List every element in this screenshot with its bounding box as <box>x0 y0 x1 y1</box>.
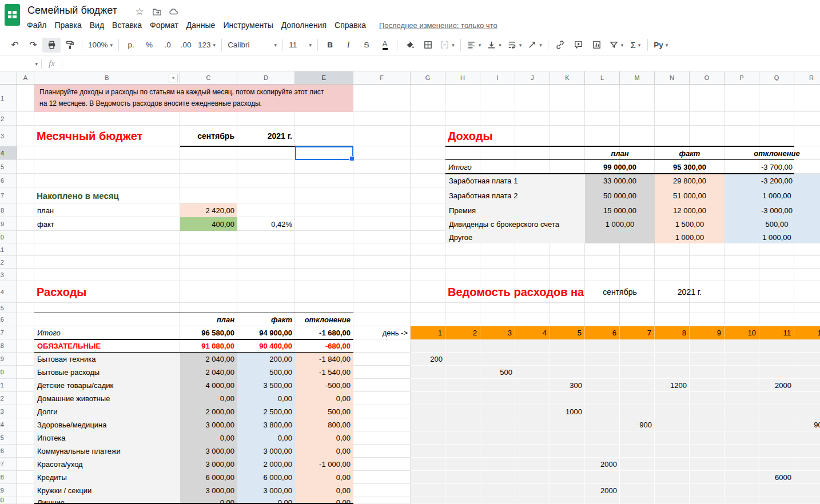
income-row-deviation[interactable]: -3 000,00 <box>725 203 820 217</box>
expense-row-label[interactable]: Ипотека <box>34 431 180 445</box>
income-row-deviation[interactable]: 1 000,00 <box>725 187 820 203</box>
row-header-16[interactable]: 16 <box>0 313 17 326</box>
day-cell-7[interactable]: 7 <box>620 326 655 339</box>
expense-row-fact[interactable]: 3 500,00 <box>237 379 295 392</box>
column-header-I[interactable]: I <box>480 71 515 85</box>
fill-handle[interactable] <box>349 156 355 161</box>
row-header-15[interactable]: 15 <box>0 303 17 313</box>
menu-file[interactable]: Файл <box>23 19 50 31</box>
percent-format-button[interactable]: % <box>140 38 158 53</box>
row-header-21[interactable]: 21 <box>0 379 17 392</box>
savings-fact-label[interactable]: факт <box>34 217 180 231</box>
row-header-14[interactable]: 14 <box>0 281 17 303</box>
merge-cells-button[interactable]: ▾ <box>437 38 457 53</box>
income-row-label[interactable]: Заработная плата 1 <box>445 174 585 187</box>
menu-format[interactable]: Формат <box>146 19 182 31</box>
income-total-label[interactable]: Итого <box>445 160 585 174</box>
selected-cell[interactable] <box>295 146 353 160</box>
expenses-total-fact[interactable]: 94 900,00 <box>237 326 295 339</box>
expense-row-plan[interactable]: 3 000,00 <box>180 458 237 471</box>
expense-row-deviation[interactable]: 0,00 <box>295 445 353 458</box>
expense-row-deviation[interactable]: 0,00 <box>295 484 353 497</box>
row-header-30[interactable]: 30 <box>0 497 17 503</box>
row-header-12[interactable]: 12 <box>0 256 17 269</box>
redo-button[interactable]: ↷ <box>24 38 42 53</box>
input-tools-button[interactable]: Ру▾ <box>651 38 671 53</box>
expense-row-fact[interactable]: 3 000,00 <box>237 484 295 497</box>
insert-comment-button[interactable] <box>570 38 588 53</box>
income-row-fact[interactable]: 12 000,00 <box>655 203 725 217</box>
cloud-status-icon[interactable] <box>168 6 180 17</box>
star-icon[interactable]: ☆ <box>134 6 145 17</box>
expense-row-deviation[interactable]: 0,00 <box>295 431 353 445</box>
currency-format-button[interactable]: р. <box>122 38 140 53</box>
decrease-decimal-button[interactable]: .0 <box>158 38 177 53</box>
expense-row-plan[interactable]: 2 000,00 <box>180 405 237 418</box>
column-header-E[interactable]: E <box>295 71 353 85</box>
income-row-deviation[interactable]: -3 200,00 <box>725 174 820 187</box>
fill-color-button[interactable] <box>400 38 419 53</box>
income-total-deviation[interactable]: -3 700,00 <box>725 160 820 174</box>
day-cell-4[interactable]: 4 <box>515 326 550 339</box>
expense-row-deviation[interactable]: -1 540,00 <box>295 366 353 379</box>
bold-button[interactable]: B <box>321 38 339 53</box>
expense-row-deviation[interactable]: 0,00 <box>295 392 353 405</box>
italic-button[interactable]: I <box>339 38 357 53</box>
horizontal-align-button[interactable]: ▾ <box>464 38 484 53</box>
daily-value-cell[interactable]: 500 <box>480 366 515 379</box>
day-cell-9[interactable]: 9 <box>690 326 725 339</box>
font-select[interactable]: Calibri▾ <box>225 38 280 53</box>
daily-value-cell[interactable]: 200 <box>411 353 445 366</box>
row-header-11[interactable]: 11 <box>0 243 17 256</box>
expense-row-fact[interactable]: 3 800,00 <box>237 418 295 431</box>
expense-row-plan[interactable]: 3 000,00 <box>180 484 237 497</box>
expense-row-deviation[interactable]: -1 000,00 <box>295 458 353 471</box>
daily-value-cell[interactable]: 900 <box>794 418 820 431</box>
income-row-plan[interactable]: 50 000,00 <box>585 187 655 203</box>
expense-row-plan[interactable]: 4 000,00 <box>180 379 237 392</box>
income-total-fact[interactable]: 95 300,00 <box>655 160 725 174</box>
income-total-plan[interactable]: 99 000,00 <box>585 160 655 174</box>
expense-row-fact[interactable]: 0,00 <box>237 392 295 405</box>
expense-row-fact[interactable]: 3 000,00 <box>237 445 295 458</box>
sheets-logo-icon[interactable] <box>5 4 20 26</box>
income-row-plan[interactable]: 1 000,00 <box>585 217 655 231</box>
expense-row-deviation[interactable]: -500,00 <box>295 379 353 392</box>
income-row-fact[interactable]: 51 000,00 <box>655 187 725 203</box>
savings-percent-value[interactable]: 0,42% <box>237 217 295 231</box>
expense-row-label[interactable]: Кредиты <box>34 471 180 484</box>
row-header-28[interactable]: 28 <box>0 471 17 484</box>
strikethrough-button[interactable]: S <box>357 38 376 53</box>
daily-value-cell[interactable]: 6000 <box>759 471 794 484</box>
row-header-3[interactable]: 3 <box>0 126 17 146</box>
spreadsheet-grid[interactable]: 1234567891011121314151617181920212223242… <box>0 71 820 504</box>
expense-row-label[interactable]: Детские товары/садик <box>34 379 180 392</box>
paint-format-button[interactable] <box>61 38 79 53</box>
expenses-total-label[interactable]: Итого <box>34 326 180 339</box>
day-cell-11[interactable]: 11 <box>759 326 794 339</box>
font-size-select[interactable]: 11▾ <box>286 38 315 53</box>
column-header-R[interactable]: R <box>794 71 820 85</box>
income-row-label[interactable]: Дивиденды с брокерского счета <box>445 217 585 231</box>
expense-row-plan[interactable]: 3 000,00 <box>180 418 237 431</box>
income-row-plan[interactable] <box>585 231 655 243</box>
expense-row-fact[interactable]: 2 000,00 <box>237 458 295 471</box>
day-cell-10[interactable]: 10 <box>725 326 759 339</box>
row-header-19[interactable]: 19 <box>0 353 17 366</box>
expense-row-label[interactable]: Кружки / секции <box>34 484 180 497</box>
grid-corner-button[interactable] <box>0 71 17 85</box>
column-header-D[interactable]: D <box>237 71 295 85</box>
expenses-mandatory-plan[interactable]: 91 080,00 <box>180 339 237 353</box>
daily-value-cell[interactable]: 2000 <box>759 379 794 392</box>
insert-chart-button[interactable] <box>588 38 606 53</box>
document-title[interactable]: Семейный бюджет <box>27 5 117 17</box>
expense-row-fact[interactable]: 0,00 <box>237 431 295 445</box>
row-header-24[interactable]: 24 <box>0 418 17 431</box>
daily-value-cell[interactable]: 2000 <box>585 458 620 471</box>
expense-row-deviation[interactable]: 800,00 <box>295 418 353 431</box>
daily-value-cell[interactable]: 900 <box>620 418 655 431</box>
column-header-G[interactable]: G <box>411 71 445 85</box>
statement-year-cell[interactable]: 2021 г. <box>655 281 725 303</box>
income-row-label[interactable]: Премия <box>445 203 585 217</box>
expense-row-plan[interactable]: 0,00 <box>180 431 237 445</box>
